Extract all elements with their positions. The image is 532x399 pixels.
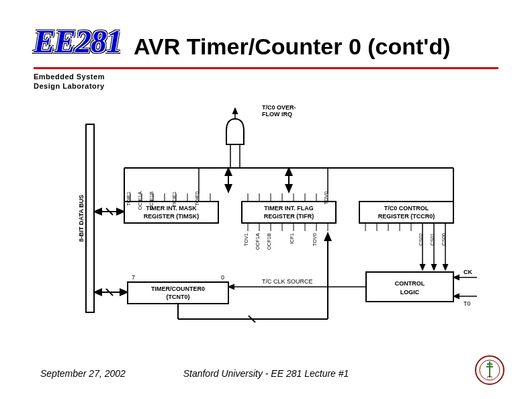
- course-code: EE281: [34, 26, 122, 58]
- subtitle-line2: Design Laboratory: [34, 82, 105, 90]
- svg-text:OCIE1A: OCIE1A: [137, 191, 143, 210]
- t0-input: T0: [463, 300, 471, 307]
- svg-text:OCF1A: OCF1A: [255, 233, 261, 250]
- and-gate-icon: [226, 108, 244, 168]
- svg-rect-0: [86, 124, 94, 312]
- tifr-bottom-bits: TOV1 OCF1A OCF1B ICF1 TOV0: [243, 223, 328, 250]
- svg-text:TOV1: TOV1: [243, 233, 249, 246]
- svg-text:TOV0: TOV0: [312, 233, 318, 246]
- lab-subtitle: Embedded System Design Laboratory: [34, 73, 105, 91]
- tcnt0-lsb: 0: [221, 274, 224, 281]
- svg-rect-69: [366, 272, 453, 302]
- svg-text:OCIE1B: OCIE1B: [148, 191, 154, 210]
- bus-label: 8-BIT DATA BUS: [78, 195, 85, 242]
- stanford-seal-icon: [474, 355, 505, 386]
- slide-title: AVR Timer/Counter 0 (cont'd): [134, 35, 451, 58]
- title-underline: [34, 67, 498, 69]
- tifr-line1: TIMER INT. FLAG: [264, 205, 314, 212]
- tcnt0-msb: 7: [132, 274, 135, 281]
- block-diagram: 8-BIT DATA BUS TIMER INT. MASK REGISTER …: [60, 104, 480, 332]
- tccr0-line2: REGISTER (TCCR0): [378, 213, 435, 220]
- svg-text:CS00: CS00: [441, 233, 447, 246]
- footer-center: Stanford University - EE 281 Lecture #1: [0, 368, 532, 379]
- control-logic-l1: CONTROL: [395, 280, 425, 287]
- tccr0-line1: T/C0 CONTROL: [384, 205, 429, 212]
- slide-header: EE281 AVR Timer/Counter 0 (cont'd): [34, 26, 498, 58]
- control-logic-l2: LOGIC: [400, 289, 420, 296]
- tcnt0-line1: TIMER/COUNTER0: [151, 285, 205, 292]
- subtitle-line1: Embedded System: [34, 73, 105, 81]
- svg-text:CS02: CS02: [418, 233, 424, 246]
- overflow-irq-l1: T/C0 OVER-: [262, 104, 296, 111]
- timsk-line2: REGISTER (TIMSK): [144, 213, 200, 220]
- svg-text:CS01: CS01: [429, 233, 435, 246]
- tcnt0-line2: (TCNT0): [167, 294, 190, 300]
- svg-text:TOIE1: TOIE1: [126, 191, 132, 206]
- svg-text:OCF1B: OCF1B: [266, 233, 272, 250]
- ck-input: CK: [463, 269, 472, 275]
- overflow-irq-l2: FLOW IRQ: [262, 111, 292, 118]
- tccr0-bits: CS02 CS01 CS00: [365, 223, 447, 270]
- clk-source-label: T/C CLK SOURCE: [262, 278, 313, 285]
- tifr-line2: REGISTER (TIFR): [264, 213, 314, 220]
- svg-text:TOIE0: TOIE0: [194, 191, 200, 206]
- svg-text:ICF1: ICF1: [289, 233, 295, 244]
- svg-text:TICIE1: TICIE1: [171, 191, 177, 207]
